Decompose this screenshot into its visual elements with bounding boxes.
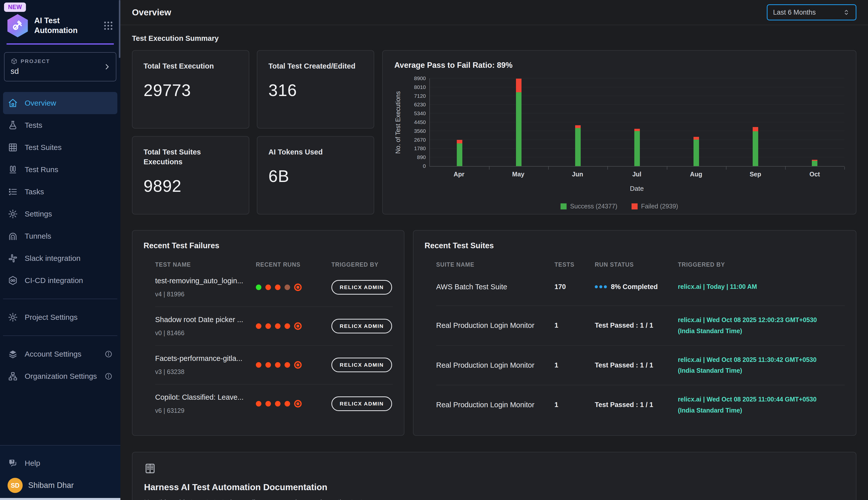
bar-segment-success [753, 131, 758, 166]
sidebar-item-overview[interactable]: Overview [3, 92, 117, 114]
triggered-by-text[interactable]: relicx.ai | Wed Oct 08 2025 11:00:44 GMT… [678, 394, 834, 416]
suite-name[interactable]: Real Production Login Monitor [436, 361, 554, 370]
run-status-dot-fail[interactable] [275, 401, 281, 407]
time-range-select[interactable]: Last 6 Months [767, 4, 856, 20]
table-row[interactable]: Real Production Login Monitor1Test Passe… [436, 306, 845, 346]
run-status-dot-fail[interactable] [266, 323, 271, 329]
latest-run-target-icon[interactable] [294, 284, 302, 291]
chart-x-tick [548, 167, 549, 170]
user-menu[interactable]: SD Shibam Dhar [3, 474, 117, 497]
sidebar-item-label: Test Suites [25, 143, 62, 152]
table-row[interactable]: test-removing_auto_login...v4 | 81996REL… [155, 268, 393, 307]
sidebar-item-tasks[interactable]: Tasks [3, 181, 117, 203]
latest-run-target-icon[interactable] [294, 400, 302, 408]
triggered-by-button[interactable]: RELICX ADMIN [331, 357, 392, 372]
bar-apr[interactable] [457, 78, 462, 166]
latest-run-target-icon[interactable] [294, 361, 302, 369]
bar-may[interactable] [516, 78, 521, 166]
table-header-row: SUITE NAMETESTSRUN STATUSTRIGGERED BY [436, 261, 845, 268]
sidebar-item-settings[interactable]: Settings [3, 203, 117, 225]
suite-name[interactable]: Real Production Login Monitor [436, 401, 554, 409]
sidebar-item-label: Slack integration [25, 254, 81, 263]
column-header: SUITE NAME [436, 261, 554, 268]
table-row[interactable]: Facets-performance-gitla...v3 | 63238REL… [155, 346, 393, 385]
sidebar-item-project-settings[interactable]: Project Settings [3, 306, 117, 328]
info-icon[interactable] [104, 372, 113, 380]
triggered-by-text[interactable]: relicx.ai | Today | 11:00 AM [678, 281, 834, 292]
project-selector[interactable]: PROJECT sd [4, 52, 116, 81]
slack-icon [8, 253, 18, 264]
triggered-by-text[interactable]: relicx.ai | Wed Oct 08 2025 12:00:23 GMT… [678, 315, 834, 337]
run-status-dot-error[interactable] [284, 285, 290, 290]
grid-icon [8, 142, 18, 153]
triggered-by-text[interactable]: relicx.ai | Wed Oct 08 2025 11:30:42 GMT… [678, 354, 834, 376]
test-name[interactable]: test-removing_auto_login... [155, 277, 251, 285]
sidebar-item-test-suites[interactable]: Test Suites [3, 136, 117, 159]
run-status-dot-fail[interactable] [275, 362, 281, 368]
run-status-dot-fail[interactable] [266, 285, 271, 290]
chart-x-tick [726, 167, 727, 170]
table-row[interactable]: Real Production Login Monitor1Test Passe… [436, 385, 845, 425]
tasks-icon [8, 186, 18, 197]
sidebar-item-help[interactable]: Help [3, 452, 117, 474]
suite-name[interactable]: Real Production Login Monitor [436, 321, 554, 330]
run-status-dot-fail[interactable] [284, 401, 290, 407]
run-status-dot-fail[interactable] [275, 323, 281, 329]
table-row[interactable]: Shadow root Date picker ...v0 | 81466REL… [155, 307, 393, 346]
bar-segment-success [693, 140, 699, 166]
app-switcher-icon[interactable] [103, 20, 114, 31]
test-name[interactable]: Copilot: Classified: Leave... [155, 393, 251, 401]
sidebar-item-slack-integration[interactable]: Slack integration [3, 247, 117, 270]
sidebar-item-tunnels[interactable]: Tunnels [3, 225, 117, 247]
run-status-dot-fail[interactable] [266, 362, 271, 368]
run-status-dot-fail[interactable] [256, 362, 261, 368]
bar-jun[interactable] [575, 78, 581, 166]
bar-aug[interactable] [693, 78, 699, 166]
bar-segment-failed [634, 129, 640, 131]
sidebar-item-tests[interactable]: Tests [3, 114, 117, 136]
table-row[interactable]: Real Production Login Monitor1Test Passe… [436, 346, 845, 386]
info-icon[interactable] [104, 350, 113, 359]
run-status: Test Passed : 1 / 1 [595, 361, 678, 369]
run-status: Test Passed : 1 / 1 [595, 401, 678, 409]
run-status-dot-fail[interactable] [256, 401, 261, 407]
bar-segment-success [457, 144, 462, 166]
recent-test-failures-card: Recent Test Failures TEST NAMERECENT RUN… [132, 230, 404, 436]
table-row[interactable]: AWS Batch Test Suite1708% Completedrelic… [436, 268, 845, 306]
horizontal-scrollbar[interactable] [0, 498, 120, 500]
legend-item[interactable]: Success (24377) [561, 203, 618, 210]
sidebar-item-label: Test Runs [25, 165, 58, 174]
chart-title: Average Pass to Fail Ratio: 89% [394, 61, 844, 70]
run-status-dot-fail[interactable] [284, 362, 290, 368]
org-icon [8, 371, 18, 382]
suite-name[interactable]: AWS Batch Test Suite [436, 283, 554, 291]
run-status-dot-fail[interactable] [284, 323, 290, 329]
sidebar-item-ci-cd-integration[interactable]: CI-CD integration [3, 270, 117, 292]
recent-runs-dots [256, 284, 331, 291]
table-row[interactable]: Copilot: Classified: Leave...v6 | 63129R… [155, 385, 393, 423]
bar-sep[interactable] [753, 78, 758, 166]
bar-jul[interactable] [634, 78, 640, 166]
chart-y-tick: 1780 [414, 145, 426, 151]
run-status-dot-pass[interactable] [256, 285, 261, 290]
pass-fail-chart-card: Average Pass to Fail Ratio: 89% No. of T… [382, 50, 856, 215]
bar-oct[interactable] [812, 78, 817, 166]
sidebar-item-organization-settings[interactable]: Organization Settings [3, 365, 117, 387]
run-status-dot-fail[interactable] [256, 323, 261, 329]
run-status-dot-fail[interactable] [275, 285, 281, 290]
sidebar-item-test-runs[interactable]: Test Runs [3, 159, 117, 181]
triggered-by-button[interactable]: RELICX ADMIN [331, 319, 392, 333]
sidebar-item-account-settings[interactable]: Account Settings [3, 343, 117, 365]
triggered-by-button[interactable]: RELICX ADMIN [331, 396, 392, 411]
run-status-dot-fail[interactable] [266, 401, 271, 407]
page-title: Overview [132, 7, 171, 18]
chart-x-category: Sep [750, 171, 761, 178]
sidebar-scrollbar[interactable] [119, 0, 120, 58]
test-name[interactable]: Facets-performance-gitla... [155, 354, 251, 363]
test-name[interactable]: Shadow root Date picker ... [155, 316, 251, 324]
accent-divider [7, 43, 114, 45]
test-version-id: v0 | 81466 [155, 329, 251, 337]
legend-item[interactable]: Failed (2939) [632, 203, 678, 210]
triggered-by-button[interactable]: RELICX ADMIN [331, 280, 392, 295]
latest-run-target-icon[interactable] [294, 322, 302, 330]
